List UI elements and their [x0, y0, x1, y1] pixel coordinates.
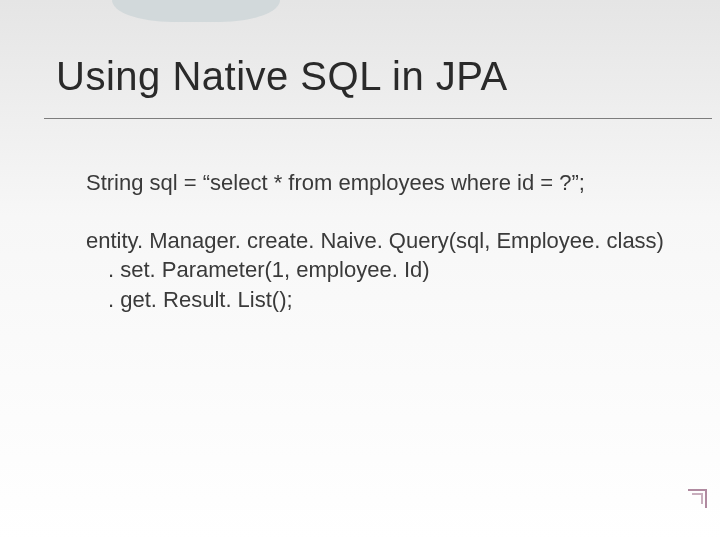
corner-accent-icon — [686, 488, 708, 510]
code-line-get-result: . get. Result. List(); — [86, 285, 680, 315]
code-line-set-parameter: . set. Parameter(1, employee. Id) — [86, 255, 680, 285]
slide: Using Native SQL in JPA String sql = “se… — [0, 0, 720, 540]
code-line-sql-string: String sql = “select * from employees wh… — [86, 168, 680, 198]
slide-body: String sql = “select * from employees wh… — [86, 168, 680, 315]
title-underline — [44, 118, 712, 119]
code-line-create-query: entity. Manager. create. Naive. Query(sq… — [86, 226, 680, 256]
code-block: entity. Manager. create. Naive. Query(sq… — [86, 226, 680, 315]
slide-title: Using Native SQL in JPA — [56, 54, 680, 99]
top-tab-accent — [112, 0, 280, 22]
